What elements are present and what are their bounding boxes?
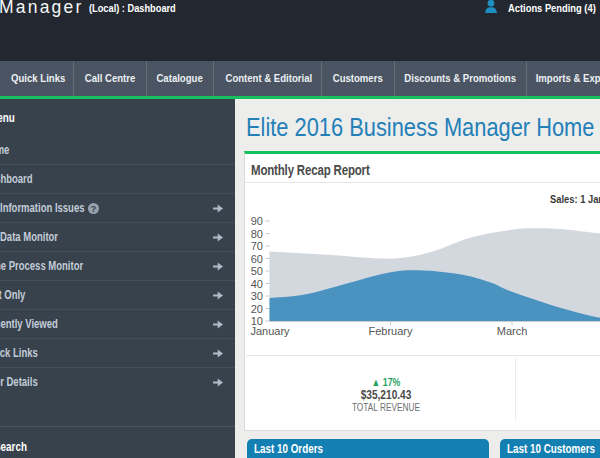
svg-text:February: February <box>368 325 413 337</box>
svg-text:20: 20 <box>251 303 263 315</box>
svg-text:80: 80 <box>251 228 263 240</box>
svg-text:March: March <box>497 325 528 337</box>
svg-text:50: 50 <box>251 265 263 277</box>
svg-text:40: 40 <box>251 278 263 290</box>
svg-text:30: 30 <box>251 290 263 302</box>
svg-text:70: 70 <box>251 240 263 252</box>
svg-text:90: 90 <box>251 215 263 227</box>
svg-text:January: January <box>250 325 290 337</box>
svg-text:60: 60 <box>251 253 263 265</box>
